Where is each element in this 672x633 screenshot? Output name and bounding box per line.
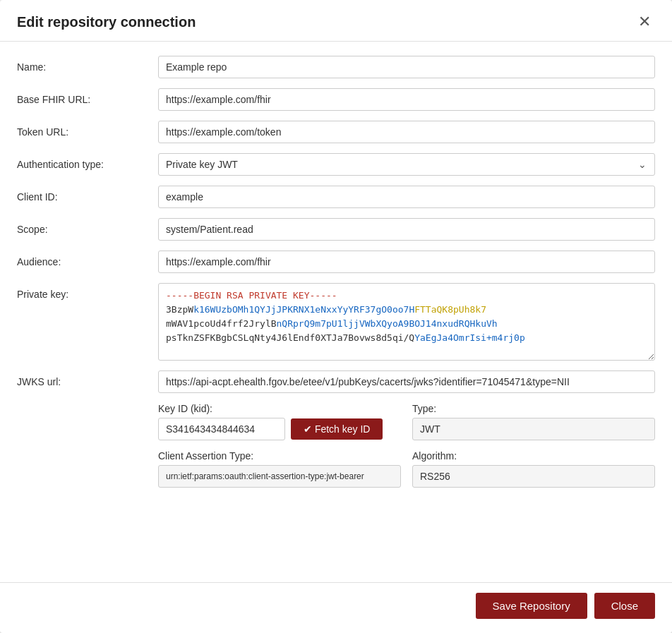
name-label: Name: xyxy=(17,56,158,73)
token-url-row: Token URL: xyxy=(17,121,655,143)
modal-title: Edit repository connection xyxy=(17,14,196,30)
key-id-type-row: Key ID (kid): ✔ Fetch key ID Type: xyxy=(17,403,655,440)
base-fhir-url-row: Base FHIR URL: xyxy=(17,88,655,111)
client-id-label: Client ID: xyxy=(17,186,158,203)
modal-footer: Save Repository Close xyxy=(0,582,672,633)
key-id-group: Key ID (kid): ✔ Fetch key ID xyxy=(158,403,401,440)
key-id-type-wrapper: Key ID (kid): ✔ Fetch key ID Type: xyxy=(158,403,655,440)
algorithm-input xyxy=(412,465,655,488)
client-id-row: Client ID: xyxy=(17,186,655,208)
audience-label: Audience: xyxy=(17,251,158,267)
audience-row: Audience: xyxy=(17,251,655,273)
type-input xyxy=(412,418,655,440)
auth-type-select-wrapper: Private key JWT Client credentials Beare… xyxy=(158,153,655,176)
auth-type-select[interactable]: Private key JWT Client credentials Beare… xyxy=(158,153,655,176)
modal-header: Edit repository connection ✕ xyxy=(0,0,672,42)
private-key-label: Private key: xyxy=(17,283,158,300)
token-url-input[interactable] xyxy=(158,121,655,143)
private-key-textarea-wrapper: -----BEGIN RSA PRIVATE KEY----- 3BzpWk16… xyxy=(158,283,655,361)
scope-input[interactable] xyxy=(158,218,655,241)
private-key-row: Private key: -----BEGIN RSA PRIVATE KEY-… xyxy=(17,283,655,361)
fetch-key-id-button[interactable]: ✔ Fetch key ID xyxy=(291,418,383,440)
token-url-label: Token URL: xyxy=(17,121,158,138)
client-id-input[interactable] xyxy=(158,186,655,208)
client-assertion-type-label: Client Assertion Type: xyxy=(158,450,401,462)
client-assertion-type-input xyxy=(158,465,401,488)
base-fhir-url-label: Base FHIR URL: xyxy=(17,88,158,105)
assertion-algorithm-row: Client Assertion Type: Algorithm: xyxy=(17,450,655,488)
client-assertion-type-group: Client Assertion Type: xyxy=(158,450,401,488)
name-input[interactable] xyxy=(158,56,655,78)
type-group: Type: xyxy=(412,403,655,440)
key-id-label: Key ID (kid): xyxy=(158,403,401,414)
edit-repository-modal: Edit repository connection ✕ Name: Base … xyxy=(0,0,672,633)
scope-row: Scope: xyxy=(17,218,655,241)
jwks-url-row: JWKS url: xyxy=(17,370,655,393)
modal-body: Name: Base FHIR URL: Token URL: Authenti… xyxy=(0,42,672,582)
type-label: Type: xyxy=(412,403,655,414)
key-id-input-row: ✔ Fetch key ID xyxy=(158,418,401,440)
algorithm-group: Algorithm: xyxy=(412,450,655,488)
jwks-url-input[interactable] xyxy=(158,370,655,393)
private-key-textarea[interactable]: -----BEGIN RSA PRIVATE KEY----- 3BzpWk16… xyxy=(158,283,655,361)
base-fhir-url-input[interactable] xyxy=(158,88,655,111)
jwks-url-label: JWKS url: xyxy=(17,370,158,387)
scope-label: Scope: xyxy=(17,218,158,235)
name-row: Name: xyxy=(17,56,655,78)
auth-type-label: Authentication type: xyxy=(17,153,158,170)
algorithm-label: Algorithm: xyxy=(412,450,655,462)
assertion-algorithm-wrapper: Client Assertion Type: Algorithm: xyxy=(158,450,655,488)
key-id-input[interactable] xyxy=(158,418,285,440)
save-repository-button[interactable]: Save Repository xyxy=(476,593,587,619)
close-icon-button[interactable]: ✕ xyxy=(634,13,655,31)
close-button[interactable]: Close xyxy=(594,593,655,619)
auth-type-row: Authentication type: Private key JWT Cli… xyxy=(17,153,655,176)
audience-input[interactable] xyxy=(158,251,655,273)
